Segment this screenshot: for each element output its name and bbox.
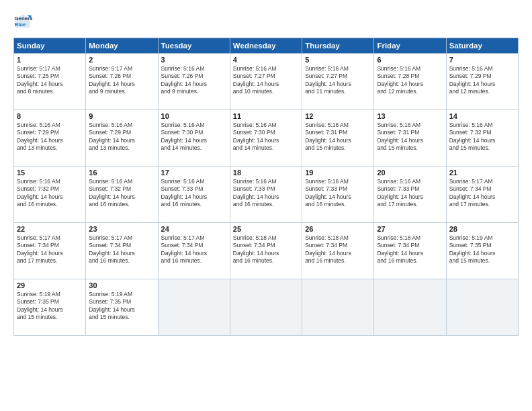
cell-info: Sunrise: 5:18 AMSunset: 7:34 PMDaylight:… xyxy=(377,234,443,265)
cell-info: Sunrise: 5:19 AMSunset: 7:35 PMDaylight:… xyxy=(449,234,515,265)
calendar-week-3: 15Sunrise: 5:16 AMSunset: 7:32 PMDayligh… xyxy=(14,167,519,223)
calendar-cell: 15Sunrise: 5:16 AMSunset: 7:32 PMDayligh… xyxy=(14,167,86,223)
calendar-cell: 26Sunrise: 5:18 AMSunset: 7:34 PMDayligh… xyxy=(302,223,374,279)
weekday-header-friday: Friday xyxy=(374,38,446,54)
day-number: 24 xyxy=(161,225,227,233)
day-number: 21 xyxy=(449,169,515,177)
cell-info: Sunrise: 5:16 AMSunset: 7:32 PMDaylight:… xyxy=(449,122,515,152)
cell-info: Sunrise: 5:19 AMSunset: 7:35 PMDaylight:… xyxy=(17,291,83,322)
day-number: 6 xyxy=(377,56,443,64)
cell-info: Sunrise: 5:17 AMSunset: 7:34 PMDaylight:… xyxy=(17,234,83,265)
calendar-cell: 8Sunrise: 5:16 AMSunset: 7:29 PMDaylight… xyxy=(14,110,86,167)
cell-info: Sunrise: 5:16 AMSunset: 7:30 PMDaylight:… xyxy=(161,122,227,152)
calendar-week-1: 1Sunrise: 5:17 AMSunset: 7:25 PMDaylight… xyxy=(14,54,519,110)
day-number: 5 xyxy=(305,56,371,64)
calendar-cell: 6Sunrise: 5:16 AMSunset: 7:28 PMDaylight… xyxy=(374,54,446,110)
cell-info: Sunrise: 5:19 AMSunset: 7:35 PMDaylight:… xyxy=(89,291,154,322)
cell-info: Sunrise: 5:18 AMSunset: 7:34 PMDaylight:… xyxy=(305,234,371,265)
weekday-header-wednesday: Wednesday xyxy=(230,38,302,54)
cell-info: Sunrise: 5:18 AMSunset: 7:34 PMDaylight:… xyxy=(233,234,299,265)
day-number: 23 xyxy=(89,225,154,233)
day-number: 28 xyxy=(449,225,515,233)
page: General Blue SundayMondayTuesdayWednesda… xyxy=(0,0,532,411)
calendar-cell: 2Sunrise: 5:17 AMSunset: 7:26 PMDaylight… xyxy=(86,54,158,110)
weekday-header-sunday: Sunday xyxy=(14,38,86,54)
day-number: 9 xyxy=(89,112,154,120)
weekday-header-saturday: Saturday xyxy=(446,38,518,54)
day-number: 13 xyxy=(377,112,443,120)
cell-info: Sunrise: 5:16 AMSunset: 7:27 PMDaylight:… xyxy=(233,65,299,96)
cell-info: Sunrise: 5:16 AMSunset: 7:33 PMDaylight:… xyxy=(377,178,443,209)
day-number: 26 xyxy=(305,225,371,233)
cell-info: Sunrise: 5:16 AMSunset: 7:28 PMDaylight:… xyxy=(377,65,443,96)
calendar-cell: 19Sunrise: 5:16 AMSunset: 7:33 PMDayligh… xyxy=(302,167,374,223)
calendar-cell: 10Sunrise: 5:16 AMSunset: 7:30 PMDayligh… xyxy=(158,110,230,167)
cell-info: Sunrise: 5:17 AMSunset: 7:25 PMDaylight:… xyxy=(17,65,83,96)
cell-info: Sunrise: 5:16 AMSunset: 7:27 PMDaylight:… xyxy=(305,65,371,96)
svg-text:Blue: Blue xyxy=(15,21,27,28)
calendar-cell: 23Sunrise: 5:17 AMSunset: 7:34 PMDayligh… xyxy=(86,223,158,279)
day-number: 4 xyxy=(233,56,299,64)
calendar: SundayMondayTuesdayWednesdayThursdayFrid… xyxy=(13,38,519,336)
calendar-week-2: 8Sunrise: 5:16 AMSunset: 7:29 PMDaylight… xyxy=(14,110,519,167)
weekday-header-tuesday: Tuesday xyxy=(158,38,230,54)
calendar-cell xyxy=(230,279,302,336)
calendar-cell: 17Sunrise: 5:16 AMSunset: 7:33 PMDayligh… xyxy=(158,167,230,223)
cell-info: Sunrise: 5:16 AMSunset: 7:31 PMDaylight:… xyxy=(305,122,371,152)
calendar-cell: 22Sunrise: 5:17 AMSunset: 7:34 PMDayligh… xyxy=(14,223,86,279)
calendar-cell: 4Sunrise: 5:16 AMSunset: 7:27 PMDaylight… xyxy=(230,54,302,110)
calendar-cell: 13Sunrise: 5:16 AMSunset: 7:31 PMDayligh… xyxy=(374,110,446,167)
day-number: 14 xyxy=(449,112,515,120)
calendar-cell xyxy=(374,279,446,336)
day-number: 8 xyxy=(17,112,83,120)
calendar-cell: 24Sunrise: 5:17 AMSunset: 7:34 PMDayligh… xyxy=(158,223,230,279)
calendar-week-5: 29Sunrise: 5:19 AMSunset: 7:35 PMDayligh… xyxy=(14,279,519,336)
header: General Blue xyxy=(13,12,519,31)
calendar-cell: 5Sunrise: 5:16 AMSunset: 7:27 PMDaylight… xyxy=(302,54,374,110)
cell-info: Sunrise: 5:16 AMSunset: 7:32 PMDaylight:… xyxy=(89,178,154,209)
day-number: 30 xyxy=(89,281,154,289)
cell-info: Sunrise: 5:16 AMSunset: 7:30 PMDaylight:… xyxy=(233,122,299,152)
day-number: 19 xyxy=(305,169,371,177)
calendar-cell: 21Sunrise: 5:17 AMSunset: 7:34 PMDayligh… xyxy=(446,167,518,223)
cell-info: Sunrise: 5:17 AMSunset: 7:26 PMDaylight:… xyxy=(89,65,154,96)
day-number: 27 xyxy=(377,225,443,233)
calendar-cell xyxy=(158,279,230,336)
cell-info: Sunrise: 5:16 AMSunset: 7:29 PMDaylight:… xyxy=(449,65,515,96)
day-number: 15 xyxy=(17,169,83,177)
calendar-cell: 30Sunrise: 5:19 AMSunset: 7:35 PMDayligh… xyxy=(86,279,158,336)
calendar-cell: 9Sunrise: 5:16 AMSunset: 7:29 PMDaylight… xyxy=(86,110,158,167)
logo-icon: General Blue xyxy=(13,12,32,31)
day-number: 7 xyxy=(449,56,515,64)
weekday-header-row: SundayMondayTuesdayWednesdayThursdayFrid… xyxy=(14,38,519,54)
weekday-header-thursday: Thursday xyxy=(302,38,374,54)
calendar-cell xyxy=(302,279,374,336)
cell-info: Sunrise: 5:16 AMSunset: 7:33 PMDaylight:… xyxy=(305,178,371,209)
calendar-cell: 12Sunrise: 5:16 AMSunset: 7:31 PMDayligh… xyxy=(302,110,374,167)
day-number: 11 xyxy=(233,112,299,120)
day-number: 10 xyxy=(161,112,227,120)
calendar-cell: 18Sunrise: 5:16 AMSunset: 7:33 PMDayligh… xyxy=(230,167,302,223)
day-number: 18 xyxy=(233,169,299,177)
day-number: 1 xyxy=(17,56,83,64)
day-number: 3 xyxy=(161,56,227,64)
cell-info: Sunrise: 5:16 AMSunset: 7:29 PMDaylight:… xyxy=(89,122,154,152)
calendar-cell: 27Sunrise: 5:18 AMSunset: 7:34 PMDayligh… xyxy=(374,223,446,279)
calendar-cell: 7Sunrise: 5:16 AMSunset: 7:29 PMDaylight… xyxy=(446,54,518,110)
cell-info: Sunrise: 5:16 AMSunset: 7:26 PMDaylight:… xyxy=(161,65,227,96)
day-number: 2 xyxy=(89,56,154,64)
day-number: 20 xyxy=(377,169,443,177)
calendar-week-4: 22Sunrise: 5:17 AMSunset: 7:34 PMDayligh… xyxy=(14,223,519,279)
calendar-cell xyxy=(446,279,518,336)
weekday-header-monday: Monday xyxy=(86,38,158,54)
cell-info: Sunrise: 5:16 AMSunset: 7:33 PMDaylight:… xyxy=(161,178,227,209)
calendar-cell: 16Sunrise: 5:16 AMSunset: 7:32 PMDayligh… xyxy=(86,167,158,223)
calendar-cell: 28Sunrise: 5:19 AMSunset: 7:35 PMDayligh… xyxy=(446,223,518,279)
cell-info: Sunrise: 5:16 AMSunset: 7:29 PMDaylight:… xyxy=(17,122,83,152)
day-number: 25 xyxy=(233,225,299,233)
cell-info: Sunrise: 5:17 AMSunset: 7:34 PMDaylight:… xyxy=(89,234,154,265)
cell-info: Sunrise: 5:16 AMSunset: 7:33 PMDaylight:… xyxy=(233,178,299,209)
day-number: 29 xyxy=(17,281,83,289)
calendar-cell: 3Sunrise: 5:16 AMSunset: 7:26 PMDaylight… xyxy=(158,54,230,110)
cell-info: Sunrise: 5:17 AMSunset: 7:34 PMDaylight:… xyxy=(161,234,227,265)
